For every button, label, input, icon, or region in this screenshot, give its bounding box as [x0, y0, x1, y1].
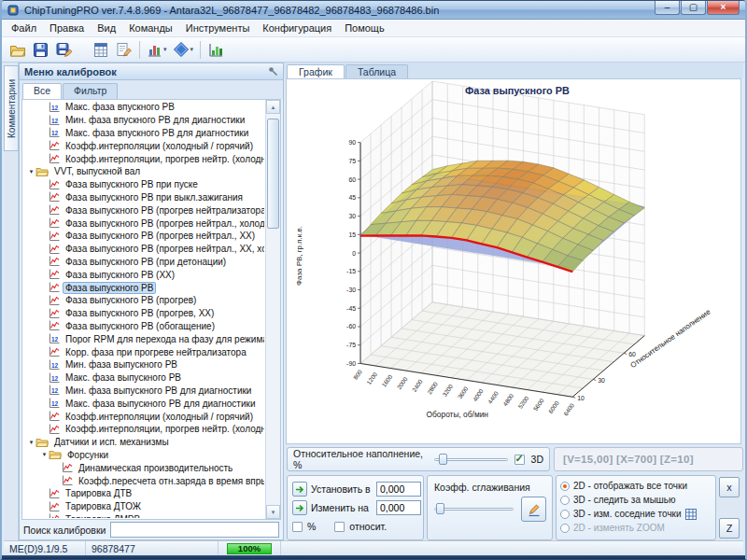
svg-text:4400: 4400 [486, 390, 500, 405]
tab-comments[interactable]: Комментарии [4, 65, 19, 151]
view-tab[interactable]: Таблица [345, 64, 408, 78]
minimize-button[interactable]: – [655, 1, 680, 15]
svg-text:0: 0 [352, 250, 356, 257]
smoothing-group: Коэфф. сглаживания [427, 475, 553, 540]
radio-button[interactable] [560, 482, 570, 491]
tree-item[interactable]: Фаза выпускного РВ (XX) [23, 268, 264, 281]
tree-item[interactable]: Коэфф.интерполяции, прогрев нейтр. (холо… [23, 423, 264, 436]
tree-item[interactable]: Тарировка ДМРВ [23, 513, 264, 519]
tree-folder[interactable]: ▾Форсунки [23, 449, 264, 462]
edit-mode-option[interactable]: 3D - следить за мышью [560, 493, 712, 507]
statistics-button[interactable] [204, 39, 228, 61]
tree-item[interactable]: Фаза выпускного РВ (при детонации) [23, 256, 264, 269]
view-tab[interactable]: График [287, 64, 345, 78]
tree-folder[interactable]: ▾Датчики и исп. механизмы [23, 436, 264, 449]
menu-item[interactable]: Конфигурация [256, 21, 338, 35]
checksum-button[interactable] [89, 39, 112, 61]
menu-item[interactable]: Вид [91, 21, 122, 35]
edit-map-button[interactable] [521, 497, 546, 522]
checkbox-3d[interactable] [514, 455, 525, 465]
pin-icon[interactable] [268, 66, 278, 77]
tree-scrollbar[interactable]: ▲ ▼ [265, 100, 280, 519]
menu-item[interactable]: Правка [43, 21, 91, 35]
x-axis-button[interactable]: x [719, 477, 740, 497]
save-as-button[interactable] [52, 39, 76, 61]
radio-button[interactable] [560, 496, 570, 505]
chart-area: -90-75-60-45-30-150153045607590800120016… [286, 78, 741, 444]
tree-item[interactable]: Фаза выпускного РВ (прогрев, XX) [23, 307, 264, 320]
tree-item[interactable]: Коэфф.интерполяции (холодный / горячий) [23, 139, 264, 152]
tree-item[interactable]: 12Макс. фаза выпускного РВ [23, 371, 264, 385]
save-button[interactable] [29, 39, 52, 61]
fill-slider[interactable] [434, 453, 507, 466]
tree-item[interactable]: Фаза выпускного РВ (прогрев нейтрал., XX… [23, 230, 264, 243]
expand-icon[interactable]: ▾ [40, 451, 49, 458]
open-button[interactable] [6, 39, 29, 61]
tree-item[interactable]: Коэфф.пересчета отн.заряда в время впрыс… [23, 474, 264, 487]
tree-item-label: Тарировка ДТВ [63, 487, 134, 499]
checkbox-relative[interactable] [334, 522, 345, 532]
tree-item[interactable]: Фаза выпускного РВ при пуске [23, 178, 264, 191]
tree-item[interactable]: 12Мин. фаза впускного РВ для диагностики [23, 114, 264, 127]
tree-item[interactable]: 12Мин. фаза выпускного РВ для диагностик… [23, 385, 264, 398]
window-title: ChipTuningPRO ver.7.4.8.969 - Antara32L_… [24, 5, 439, 16]
calibration-tab-active[interactable]: Все [22, 83, 62, 99]
map-curve-icon [49, 204, 60, 216]
search-input[interactable] [110, 522, 279, 538]
tree-item[interactable]: Фаза выпускного РВ (прогрев нейтрал., XX… [23, 243, 264, 256]
apply-change-button[interactable] [292, 500, 307, 515]
compare-button[interactable]: ▾ [170, 39, 197, 61]
close-button[interactable]: × [707, 1, 740, 15]
smoothing-slider[interactable] [434, 502, 514, 515]
tree-item[interactable]: 12Макс. фаза впускного РВ [23, 101, 264, 114]
menu-item[interactable]: Команды [122, 21, 179, 35]
charts-button[interactable]: ▾ [144, 39, 170, 61]
edit-mode-option[interactable]: 2D - отображать все точки [560, 479, 712, 493]
tree-item[interactable]: Коэфф.интерполяции, прогрев нейтр. (холо… [23, 152, 264, 165]
chart-green-icon [208, 42, 224, 58]
scroll-down-button[interactable]: ▼ [266, 505, 280, 519]
tree-item[interactable]: Динамическая производительность [23, 461, 264, 474]
set-value-input[interactable] [376, 482, 421, 497]
z-axis-button[interactable]: Z [719, 518, 740, 539]
edit-button[interactable] [112, 39, 135, 61]
tree-item[interactable]: 12Макс. фаза впускного РВ для диагностик… [23, 127, 264, 140]
scroll-up-button[interactable]: ▲ [266, 100, 280, 114]
tree-item[interactable]: Тарировка ДТВ [23, 487, 264, 500]
checkbox-percent[interactable] [292, 522, 303, 532]
tree-item[interactable]: 12Мин. фаза выпускного РВ [23, 358, 264, 371]
tree-item[interactable]: Фаза выпускного РВ (обогащение) [23, 320, 264, 333]
change-value-input[interactable] [376, 500, 421, 515]
maximize-button[interactable]: ▢ [681, 1, 706, 15]
tree-item[interactable]: Коэфф.интерполяции (холодный / горячий) [23, 410, 264, 423]
tree-item[interactable]: Фаза выпускного РВ [23, 281, 264, 294]
menu-item[interactable]: Помощь [338, 21, 391, 35]
tree-item[interactable]: 12Макс. фаза выпускного РВ для диагности… [23, 397, 264, 410]
tree-item[interactable]: Фаза выпускного РВ при выкл.зажигания [23, 191, 264, 204]
tree-item-label: Фаза выпускного РВ (прогрев нейтрал., хо… [63, 217, 264, 230]
fill-slider-thumb[interactable] [439, 454, 447, 465]
calibration-tab-inactive[interactable]: Фильтр [63, 83, 118, 99]
menu-item[interactable]: Файл [5, 21, 43, 35]
tree-item[interactable]: Тарировка ДТОЖ [23, 500, 264, 513]
edit-mode-label: 3D - изм. соседние точки [573, 509, 682, 519]
tree-item-label: Макс. фаза впускного РВ [63, 101, 177, 113]
title-bar[interactable]: ChipTuningPRO ver.7.4.8.969 - Antara32L_… [2, 1, 745, 20]
tree-item[interactable]: Фаза выпускного РВ (прогрев нейтрализато… [23, 203, 264, 217]
tree-item[interactable]: Фаза выпускного РВ (прогрев нейтрал., хо… [23, 217, 264, 230]
calibration-panel-header: Меню калибровок [20, 63, 283, 80]
smoothing-slider-thumb[interactable] [436, 503, 444, 514]
radio-button[interactable] [560, 510, 570, 519]
edit-mode-option[interactable]: 3D - изм. соседние точки [560, 507, 712, 521]
expand-icon[interactable]: ▾ [27, 439, 35, 446]
tree-folder[interactable]: ▾VVT, выпускной вал [23, 165, 264, 178]
tree-item[interactable]: 12Порог RPM для перехода на фазу для реж… [23, 332, 264, 345]
tree-item[interactable]: Фаза выпускного РВ (прогрев) [23, 294, 264, 307]
tree-item-label: Фаза выпускного РВ при выкл.зажигания [63, 191, 246, 203]
expand-icon[interactable]: ▾ [27, 168, 35, 175]
surface-plot[interactable]: -90-75-60-45-30-150153045607590800120016… [287, 79, 740, 443]
tree-item[interactable]: Корр. фаза при прогреве нейтрализатора [23, 345, 264, 358]
scroll-thumb[interactable] [267, 119, 279, 229]
menu-item[interactable]: Инструменты [179, 21, 257, 35]
apply-set-button[interactable] [292, 482, 307, 497]
